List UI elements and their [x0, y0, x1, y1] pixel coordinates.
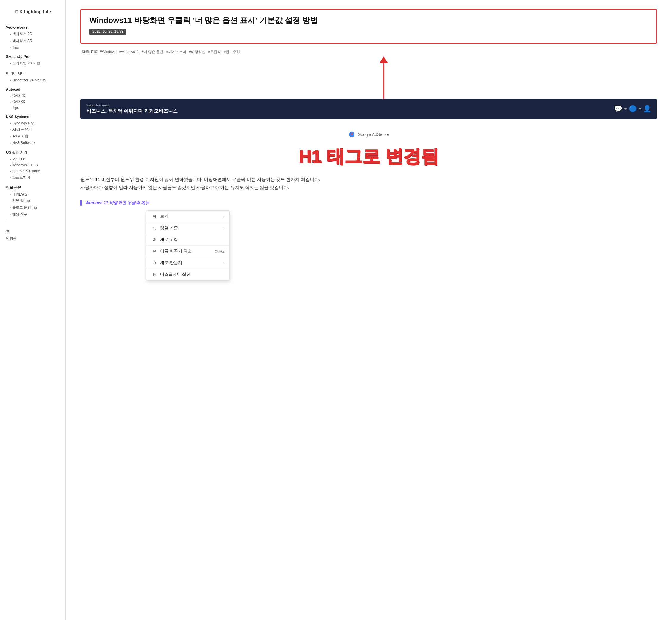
menu-label: 새로 만들기 — [160, 260, 182, 266]
ad-banner: kakao business 비즈니스, 톡처럼 쉬워지다 카카오비즈니스 💬 … — [81, 99, 657, 119]
tag-windows11: #windows11 — [119, 50, 139, 54]
arrow-line — [383, 63, 384, 99]
sidebar-footer: 홈 방명록 — [6, 228, 59, 242]
sidebar-item[interactable]: IT NEWS — [6, 191, 59, 197]
sidebar-divider — [6, 221, 59, 221]
h1-tag-heading: H1 태그로 변경됨 — [81, 147, 657, 166]
sidebar-footer-guestbook[interactable]: 방명록 — [6, 235, 59, 242]
tag-desktop: #바탕화면 — [189, 50, 205, 54]
context-menu-item-left: ↑↓정렬 기준 — [151, 225, 178, 231]
context-menu-item[interactable]: ↑↓정렬 기준› — [146, 222, 229, 234]
menu-submenu-arrow: › — [223, 215, 224, 219]
sidebar-footer-home[interactable]: 홈 — [6, 228, 59, 235]
ad-icons: 💬 + 🔵 + 👤 — [614, 105, 651, 113]
menu-label: 정렬 기준 — [160, 225, 178, 231]
sidebar-item[interactable]: Android & iPhone — [6, 168, 59, 174]
tag-win11: #윈도우11 — [223, 50, 240, 54]
menu-icon: ⊕ — [151, 260, 157, 266]
plus-sign: + — [624, 106, 627, 111]
sidebar-category: SketchUp Pro — [6, 55, 59, 59]
ad-brand: kakao business — [87, 103, 178, 107]
sidebar: IT & Lighting Life Vectorworks벡터웍스 2D벡터웍… — [0, 0, 66, 620]
sidebar-category: Autocad — [6, 87, 59, 92]
menu-item-right: › — [223, 261, 224, 265]
sidebar-category: 미디어 서버 — [6, 71, 59, 76]
kakao-chat-icon: 💬 — [614, 105, 622, 113]
context-menu: ⊞보기›↑↓정렬 기준›↺새로 고침↩이름 바꾸기 취소Ctrl+Z⊕새로 만들… — [146, 210, 229, 280]
kakao-voicetalk-icon: 🔵 — [629, 105, 637, 113]
context-menu-item[interactable]: ⊞보기› — [146, 211, 229, 222]
menu-icon: ↩ — [151, 249, 157, 254]
menu-item-right: Ctrl+Z — [215, 249, 224, 254]
context-menu-item[interactable]: ⊕새로 만들기› — [146, 257, 229, 269]
kakao-person-icon: 👤 — [643, 105, 651, 113]
article-title: Windows11 바탕화면 우클릭 '더 많은 옵션 표시' 기본값 설정 방… — [90, 15, 648, 25]
menu-icon: ⊞ — [151, 214, 157, 219]
sidebar-item[interactable]: 해외 직구 — [6, 211, 59, 218]
context-menu-item-left: ⊕새로 만들기 — [151, 260, 182, 266]
menu-submenu-arrow: › — [223, 261, 224, 265]
section-label: Windows11 바탕화면 우클릭 메뉴 — [81, 200, 657, 206]
adsense-icon — [349, 131, 355, 138]
context-menu-item[interactable]: ↺새로 고침 — [146, 234, 229, 246]
menu-submenu-arrow: › — [223, 226, 224, 230]
menu-icon: ↺ — [151, 237, 157, 242]
menu-label: 이름 바꾸기 취소 — [160, 249, 192, 254]
article-header-box: Windows11 바탕화면 우클릭 '더 많은 옵션 표시' 기본값 설정 방… — [81, 9, 657, 44]
sidebar-item[interactable]: 벡터웍스 3D — [6, 38, 59, 44]
tag-windows: #Windows — [100, 50, 116, 54]
sidebar-item[interactable]: Tips — [6, 105, 59, 111]
context-menu-item[interactable]: 🖥디스플레이 설정 — [146, 269, 229, 280]
adsense-label: Google AdSense — [357, 132, 389, 137]
context-menu-item-left: 🖥디스플레이 설정 — [151, 272, 191, 277]
sidebar-item[interactable]: Hippotizer V4 Manual — [6, 77, 59, 83]
sidebar-title: IT & Lighting Life — [6, 9, 59, 17]
sidebar-item[interactable]: 블로그 운영 Tip — [6, 204, 59, 211]
article-body-p1: 윈도우 11 버전부터 윈도우 환경 디자인이 많이 변하였습니다. 바탕화면에… — [81, 175, 657, 183]
red-arrow — [110, 56, 657, 99]
sidebar-item[interactable]: IPTV 시청 — [6, 133, 59, 140]
menu-shortcut: Ctrl+Z — [215, 250, 224, 254]
arrow-head — [379, 56, 388, 63]
sidebar-item[interactable]: NAS Software — [6, 140, 59, 146]
article-body-p2: 사용자마다 성향이 달라 사용하지 않는 사람들도 많겠지만 사용하고자 하는 … — [81, 183, 657, 191]
ad-banner-left: kakao business 비즈니스, 톡처럼 쉬워지다 카카오비즈니스 — [87, 103, 178, 114]
sidebar-item[interactable]: 벡터웍스 2D — [6, 31, 59, 38]
article-body: 윈도우 11 버전부터 윈도우 환경 디자인이 많이 변하였습니다. 바탕화면에… — [81, 175, 657, 191]
menu-label: 디스플레이 설정 — [160, 272, 191, 277]
menu-icon: 🖥 — [151, 272, 157, 277]
sidebar-item[interactable]: CAD 3D — [6, 99, 59, 105]
context-menu-item[interactable]: ↩이름 바꾸기 취소Ctrl+Z — [146, 246, 229, 257]
plus-sign2: + — [638, 106, 641, 111]
sidebar-item[interactable]: 리뷰 및 Tip — [6, 197, 59, 204]
article-date: 2022. 10. 25. 15:53 — [90, 29, 126, 35]
tag-registry: #레지스트리 — [166, 50, 186, 54]
ad-tagline: 비즈니스, 톡처럼 쉬워지다 카카오비즈니스 — [87, 108, 178, 114]
menu-item-right: › — [223, 214, 224, 219]
adsense-placeholder: Google AdSense — [81, 125, 657, 144]
tag-shift: Shift+F10 — [82, 50, 97, 54]
sidebar-category: Vectorworks — [6, 25, 59, 30]
menu-label: 새로 고침 — [160, 237, 178, 242]
sidebar-item[interactable]: CAD 2D — [6, 93, 59, 99]
sidebar-item[interactable]: 스케치업 2D 기초 — [6, 60, 59, 67]
menu-icon: ↑↓ — [151, 225, 157, 230]
tag-rightclick: #우클릭 — [208, 50, 221, 54]
menu-item-right: › — [223, 226, 224, 230]
menu-label: 보기 — [160, 214, 168, 219]
tag-more-options: #더 많은 옵션 — [142, 50, 163, 54]
main-content: Windows11 바탕화면 우클릭 '더 많은 옵션 표시' 기본값 설정 방… — [66, 0, 672, 620]
tags-area: Shift+F10 #Windows #windows11 #더 많은 옵션 #… — [81, 49, 657, 55]
context-menu-item-left: ↩이름 바꾸기 취소 — [151, 249, 192, 254]
sidebar-item[interactable]: Tips — [6, 44, 59, 50]
sidebar-item[interactable]: Windows 10 OS — [6, 162, 59, 168]
sidebar-item[interactable]: Asus 공유기 — [6, 126, 59, 133]
context-menu-item-left: ↺새로 고침 — [151, 237, 178, 242]
sidebar-category: OS & IT 기기 — [6, 150, 59, 155]
sidebar-item[interactable]: 소프트웨어 — [6, 174, 59, 181]
sidebar-item[interactable]: Synology NAS — [6, 120, 59, 126]
sidebar-category: NAS Systems — [6, 115, 59, 119]
sidebar-item[interactable]: MAC OS — [6, 156, 59, 162]
context-menu-item-left: ⊞보기 — [151, 214, 168, 219]
sidebar-category: 정보 공유 — [6, 185, 59, 190]
